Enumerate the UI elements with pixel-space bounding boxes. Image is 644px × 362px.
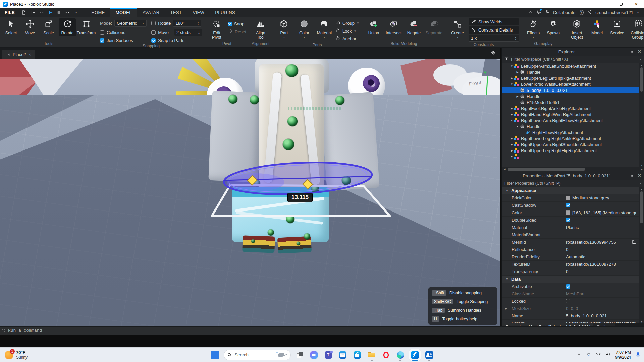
new-file-icon[interactable] — [19, 8, 28, 17]
service-button[interactable]: Service — [608, 18, 626, 36]
stop-icon[interactable] — [54, 8, 63, 17]
collaborate-label[interactable]: Collaborate — [553, 10, 576, 15]
locked-checkbox[interactable] — [566, 299, 570, 303]
insert-object-button[interactable]: Insert Object — [568, 18, 586, 41]
constraint-scale-input[interactable]: 1 x▲▼ — [469, 35, 519, 42]
collision-groups-button[interactable]: Collision Groups — [628, 18, 644, 41]
property-row-material[interactable]: MaterialPlastic — [502, 224, 639, 231]
expand-arrow-icon[interactable]: ▼ — [509, 119, 514, 122]
taskbar-app-mail[interactable] — [337, 349, 348, 361]
color-swatch[interactable] — [566, 196, 570, 200]
ribbon-tab-plugins[interactable]: PLUGINS — [210, 8, 240, 17]
expand-arrow-icon[interactable]: ▶ — [509, 137, 514, 140]
rotate-snap-checkbox[interactable] — [151, 21, 156, 25]
tree-item-rightelbowrigattachment[interactable]: RightElbowRigAttachment — [502, 129, 639, 135]
explorer-vertical-scrollbar[interactable]: ▲ ▼ — [639, 63, 644, 167]
color-button[interactable]: Color▼ — [295, 18, 313, 39]
tree-item-leftupperleg-lefthiprigattachment[interactable]: ▶LeftUpperLeg:LeftHipRigAttachment — [502, 75, 639, 81]
expand-arrow-icon[interactable]: ▼ — [509, 155, 514, 158]
pivot-reset-button[interactable]: Reset — [228, 28, 246, 35]
open-icon[interactable] — [28, 8, 37, 17]
help-icon[interactable]: ? — [579, 10, 584, 15]
character-boot-left[interactable] — [242, 235, 275, 253]
union-button[interactable]: Union — [365, 18, 383, 36]
collisions-checkbox[interactable] — [100, 30, 104, 35]
play-icon[interactable] — [46, 8, 54, 17]
tool-transform[interactable]: Transform — [78, 18, 95, 36]
file-menu[interactable]: FILE — [0, 8, 19, 17]
wifi-icon[interactable] — [596, 352, 601, 358]
attachment-sphere[interactable] — [335, 96, 344, 105]
tool-move[interactable]: Move — [21, 18, 38, 36]
minimize-button[interactable] — [598, 0, 613, 8]
share-icon[interactable] — [587, 9, 592, 15]
separate-button[interactable]: Separate — [425, 18, 443, 36]
properties-vertical-scrollbar[interactable]: ▲ ▼ — [639, 187, 644, 323]
property-row-archivable[interactable]: Archivable — [502, 283, 639, 290]
tool-scale[interactable]: Scale — [40, 18, 57, 36]
tree-item-rightlowerarm-rightelbowrigattachment[interactable]: ▼RightLowerArm:RightElbowRigAttachment — [502, 117, 639, 123]
property-row-doublesided[interactable]: DoubleSided — [502, 217, 639, 224]
collaborate-icon[interactable] — [545, 9, 550, 15]
anchor-button[interactable]: Anchor — [335, 35, 359, 42]
volume-icon[interactable] — [605, 352, 611, 358]
attachment-sphere[interactable] — [283, 139, 294, 150]
command-bar[interactable]: Run a command — [0, 326, 644, 335]
character-left-panel[interactable] — [208, 90, 262, 182]
join-surfaces-checkbox[interactable] — [100, 38, 104, 43]
snap-to-parts-checkbox[interactable] — [151, 38, 156, 43]
property-row-parent[interactable]: ParentLowerTorso:WaistCenterAttachment — [502, 320, 639, 323]
taskbar-app-store[interactable] — [352, 349, 363, 361]
rotate-increment-input[interactable]: 180°▲▼ — [173, 20, 201, 27]
notification-bell-icon[interactable] — [635, 352, 641, 358]
property-row-name[interactable]: Name5_body_1.0_0_0.021 — [502, 312, 639, 320]
close-panel-icon[interactable]: ✕ — [638, 173, 641, 178]
tree-item-5-body-1-0-0-0-021[interactable]: 5_body_1.0_0_0.021 — [502, 87, 639, 93]
edit-pivot-button[interactable]: Edit Pivot — [208, 18, 226, 41]
taskbar-app-chat[interactable] — [308, 349, 320, 361]
taskbar-app-task-view[interactable] — [294, 349, 305, 361]
doublesided-checkbox[interactable] — [566, 218, 570, 222]
mode-dropdown[interactable]: Geometric▼ — [114, 20, 147, 27]
ribbon-tab-avatar[interactable]: AVATAR — [137, 8, 165, 17]
taskbar-app-edge[interactable] — [395, 349, 406, 361]
attachment-sphere[interactable] — [250, 95, 259, 104]
property-row-meshid[interactable]: MeshIdrbxassetid://13609994756 — [502, 239, 639, 246]
negate-button[interactable]: Negate — [405, 18, 423, 36]
attachment-sphere[interactable] — [268, 229, 274, 236]
attachment-sphere[interactable] — [286, 215, 294, 223]
undo-icon[interactable] — [63, 8, 72, 17]
expand-arrow-icon[interactable]: ▶ — [509, 77, 514, 80]
close-panel-icon[interactable]: ✕ — [638, 49, 641, 54]
ribbon-tab-view[interactable]: VIEW — [187, 8, 210, 17]
taskbar-search-input[interactable]: Search — [224, 350, 291, 360]
property-section-data[interactable]: ▼Data — [502, 276, 639, 283]
explorer-filter-input[interactable]: Filter workspace (Ctrl+Shift+X) ▼ — [502, 56, 644, 63]
restore-button[interactable] — [613, 0, 629, 8]
property-row-locked[interactable]: Locked — [502, 298, 639, 305]
expand-arrow-icon[interactable]: ▼ — [509, 65, 514, 68]
attachment-sphere[interactable] — [228, 95, 237, 104]
taskbar-app-roblox-studio[interactable] — [409, 349, 421, 361]
expand-arrow-icon[interactable]: ▼ — [509, 83, 514, 86]
move-snap-checkbox[interactable] — [151, 30, 156, 35]
group-button[interactable]: Group▼ — [335, 20, 359, 26]
tree-item-rightupperleg-righthiprigattachment[interactable]: ▶RightUpperLeg:RightHipRigAttachment — [502, 147, 639, 154]
property-section-appearance[interactable]: ▼Appearance — [502, 187, 639, 194]
attachment-sphere[interactable] — [287, 116, 298, 126]
taskbar-app-teams[interactable]: T — [323, 349, 334, 361]
tab-place2[interactable]: Place2× — [2, 50, 35, 59]
undo-caret-icon[interactable]: ▼ — [72, 8, 80, 17]
undock-icon[interactable] — [631, 173, 635, 178]
expand-arrow-icon[interactable]: ▼ — [515, 125, 520, 128]
color-swatch[interactable] — [566, 210, 570, 215]
attachment-sphere[interactable] — [311, 185, 319, 193]
expand-arrow-icon[interactable]: ▶ — [509, 143, 514, 146]
undock-icon[interactable] — [631, 49, 635, 54]
intersect-button[interactable]: Intersect — [385, 18, 403, 36]
material-button[interactable]: Material▼ — [315, 18, 333, 39]
username[interactable]: crunchincheese121 — [595, 10, 633, 15]
collapse-ribbon-icon[interactable] — [528, 9, 533, 15]
taskbar-app-people[interactable] — [424, 349, 435, 361]
property-row-meshsize[interactable]: ▶MeshSize0, 0, 0 — [502, 305, 639, 312]
